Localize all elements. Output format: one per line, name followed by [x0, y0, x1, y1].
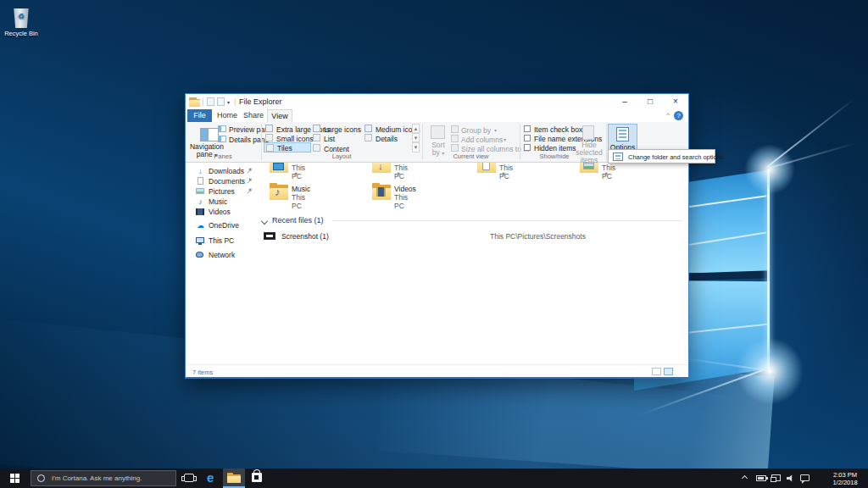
file-explorer-button[interactable] — [223, 469, 245, 488]
file-explorer-window: | ▾ | File Explorer – □ × File Home Shar… — [185, 93, 689, 379]
pin-icon — [603, 171, 609, 180]
separator: | — [202, 97, 203, 106]
gallery-scroll-down[interactable]: ▼ — [412, 133, 420, 142]
folder-options-icon — [613, 152, 623, 161]
group-label-layout: Layout — [262, 152, 421, 160]
recycle-bin-label: Recycle Bin — [3, 30, 39, 37]
window-title: File Explorer — [239, 97, 282, 106]
thumbnail-view-toggle-icon[interactable] — [664, 368, 673, 375]
recent-file-row[interactable]: Screenshot (1) This PC\Pictures\Screensh… — [264, 231, 682, 242]
group-layout: Extra large icons Large icons Medium ico… — [262, 122, 421, 162]
ribbon-tabs: File Home Share View ^ ? — [186, 109, 688, 122]
hide-selected-items-button[interactable]: Hide selected items — [571, 124, 607, 159]
section-divider — [333, 220, 682, 221]
group-label-panes: Panes — [186, 152, 260, 160]
maximize-button[interactable]: □ — [637, 94, 663, 109]
sidebar-item-onedrive[interactable]: ☁ OneDrive — [186, 220, 255, 230]
action-center-icon[interactable] — [800, 474, 810, 481]
content-area: ↓ Downloads Documents Pictures ♪ Music V… — [186, 163, 688, 364]
pin-icon — [292, 171, 298, 180]
gallery-scroll-up[interactable]: ▲ — [412, 124, 420, 133]
sidebar-item-documents[interactable]: Documents — [186, 176, 255, 186]
sidebar-item-pictures[interactable]: Pictures — [186, 186, 255, 197]
clock-time: 2:03 PM — [826, 471, 865, 479]
music-folder-icon: ♪ — [270, 183, 288, 200]
qat-new-folder-button[interactable] — [217, 97, 225, 106]
task-view-button[interactable] — [178, 469, 200, 488]
tiles-button-selected[interactable]: Tiles — [264, 142, 311, 152]
preview-pane-icon — [218, 125, 226, 132]
onedrive-cloud-icon: ☁ — [196, 221, 205, 230]
edge-button[interactable]: e — [202, 469, 224, 488]
minimize-button[interactable]: – — [612, 94, 637, 109]
sidebar-item-downloads[interactable]: ↓ Downloads — [186, 166, 255, 176]
window-controls: – □ × — [612, 94, 688, 109]
recent-file-path: This PC\Pictures\Screenshots — [490, 232, 586, 241]
chevron-down-icon — [261, 218, 268, 225]
status-bar: 7 items — [186, 364, 688, 377]
extra-large-icons-icon — [265, 125, 273, 132]
help-icon[interactable]: ? — [674, 111, 683, 120]
title-bar[interactable]: | ▾ | File Explorer – □ × — [186, 94, 688, 109]
recycle-symbol-icon: ♻ — [14, 13, 30, 20]
details-view-icon — [364, 134, 372, 141]
list-icon — [313, 134, 320, 141]
tab-home[interactable]: Home — [214, 109, 240, 122]
cortana-search-box[interactable]: I'm Cortana. Ask me anything. — [31, 470, 176, 486]
network-icon — [196, 251, 205, 259]
network-icon[interactable] — [771, 474, 781, 481]
pin-icon — [247, 168, 253, 174]
recycle-bin-shortcut[interactable]: ♻ Recycle Bin — [3, 8, 39, 37]
change-folder-options-menu-item[interactable]: Change folder and search options — [609, 150, 715, 163]
add-columns-icon — [451, 135, 459, 142]
sidebar-item-this-pc[interactable]: This PC — [186, 236, 255, 246]
windows-logo-icon — [10, 474, 19, 483]
speaker-icon[interactable] — [787, 474, 795, 482]
start-button[interactable] — [0, 469, 29, 488]
medium-icons-icon — [364, 125, 372, 132]
screenshot-thumbnail-icon — [264, 232, 275, 240]
qat-customize-button[interactable]: ▾ — [227, 99, 230, 105]
sidebar-item-music[interactable]: ♪ Music — [186, 197, 255, 207]
minimize-ribbon-icon[interactable]: ^ — [666, 111, 670, 119]
qat-properties-button[interactable] — [207, 97, 214, 106]
picture-icon — [196, 187, 205, 196]
items-view: This PC ↓ This PC This PC This PC — [255, 163, 687, 364]
cortana-icon — [37, 474, 45, 482]
small-icons-icon — [265, 134, 273, 141]
hide-selected-items-icon — [582, 125, 594, 140]
pin-icon — [247, 178, 253, 184]
file-explorer-icon — [227, 473, 241, 483]
checkbox-icon — [524, 144, 531, 151]
sidebar-item-videos[interactable]: Videos — [186, 207, 255, 217]
battery-icon[interactable] — [756, 475, 766, 481]
logo-corner-glow — [736, 337, 804, 405]
checkbox-icon — [524, 135, 531, 141]
pin-icon — [395, 171, 401, 180]
tab-file[interactable]: File — [187, 109, 212, 122]
group-label-current-view: Current view — [423, 152, 519, 160]
taskbar-clock[interactable]: 2:03 PM 1/2/2018 — [826, 471, 865, 486]
store-bag-icon — [252, 473, 262, 482]
tab-share[interactable]: Share — [240, 109, 267, 122]
tab-view[interactable]: View — [267, 109, 292, 122]
gallery-more-button[interactable]: ▼ — [412, 142, 420, 152]
close-button[interactable]: × — [663, 94, 688, 109]
taskbar: I'm Cortana. Ask me anything. e 2:03 PM … — [0, 469, 868, 488]
system-tray — [743, 469, 814, 488]
pin-icon — [500, 171, 506, 180]
details-pane-icon — [218, 136, 226, 142]
app-folder-icon — [189, 97, 200, 107]
details-view-toggle-icon[interactable] — [652, 368, 661, 375]
group-panes: Navigation pane ▾ Preview pane Details p… — [186, 122, 260, 162]
navigation-pane: ↓ Downloads Documents Pictures ♪ Music V… — [186, 163, 255, 364]
hidden-icons-chevron-icon[interactable] — [742, 475, 748, 481]
size-columns-icon — [451, 144, 459, 152]
sidebar-item-network[interactable]: Network — [186, 250, 255, 260]
store-button[interactable] — [246, 469, 268, 488]
video-icon — [196, 208, 205, 216]
navigation-pane-icon — [200, 128, 219, 141]
checkbox-icon — [524, 125, 531, 132]
sort-by-icon — [431, 125, 445, 139]
options-icon — [616, 127, 629, 141]
